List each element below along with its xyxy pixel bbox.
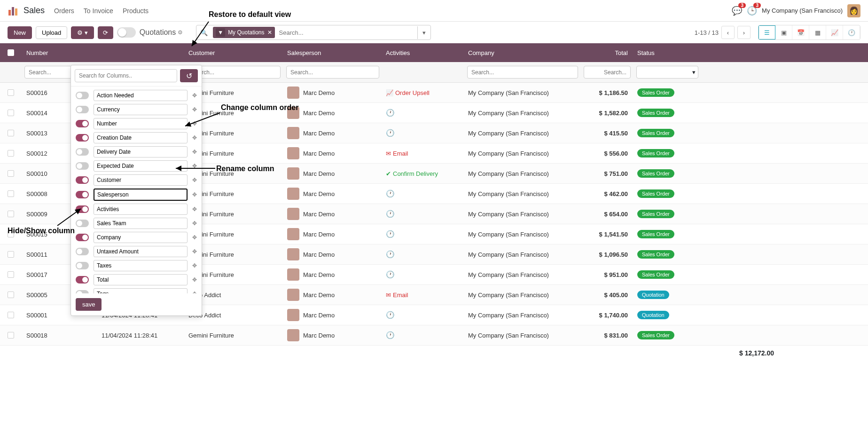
drag-handle-icon[interactable]: ✥ [192,149,197,155]
column-visibility-toggle[interactable] [76,276,89,284]
column-name-input[interactable] [94,160,188,172]
filter-chip-my-quotations[interactable]: ▼ My Quotations ✕ [213,27,274,38]
column-name-input[interactable] [94,118,188,129]
clock-icon[interactable]: 🕐 [386,331,395,339]
user-avatar[interactable]: 👩 [847,4,860,17]
search-input[interactable] [276,26,418,39]
view-toggle[interactable] [117,27,136,38]
row-checkbox[interactable] [8,130,14,136]
drag-handle-icon[interactable]: ✥ [192,291,197,293]
col-header-total[interactable]: Total [581,46,633,60]
restore-default-button[interactable]: ↺ [180,69,198,82]
clock-icon[interactable]: 🕐 [386,189,395,197]
email-activity[interactable]: ✉ Email [386,291,459,299]
drag-handle-icon[interactable]: ✥ [192,220,197,227]
nav-to-invoice[interactable]: To Invoice [84,7,113,15]
nav-orders[interactable]: Orders [54,7,74,15]
close-icon[interactable]: ✕ [267,29,272,36]
save-button[interactable]: save [76,298,102,311]
column-visibility-toggle[interactable] [76,148,89,156]
row-checkbox[interactable] [8,271,14,278]
drag-handle-icon[interactable]: ✥ [192,234,197,241]
column-visibility-toggle[interactable] [76,120,89,127]
company-switcher[interactable]: My Company (San Francisco) [762,7,843,14]
row-checkbox[interactable] [8,312,14,318]
column-visibility-toggle[interactable] [76,248,89,255]
column-search-input[interactable] [75,69,177,82]
filter-salesperson[interactable] [286,66,379,79]
col-header-salesperson[interactable]: Salesperson [282,46,381,60]
col-header-status[interactable]: Status [633,46,701,60]
pager-prev[interactable]: ‹ [721,26,735,39]
confirm-activity[interactable]: ✔ Confirm Delivery [386,170,459,177]
email-activity[interactable]: ✉ Email [386,150,459,157]
row-checkbox[interactable] [8,170,14,177]
drag-handle-icon[interactable]: ✥ [192,191,197,198]
column-visibility-toggle[interactable] [76,205,89,213]
drag-handle-icon[interactable]: ✥ [192,134,197,141]
drag-handle-icon[interactable]: ✥ [192,177,197,183]
column-name-input[interactable] [94,104,188,115]
column-visibility-toggle[interactable] [76,176,89,184]
column-visibility-toggle[interactable] [76,134,89,142]
view-graph-icon[interactable]: 📈 [826,25,843,39]
filter-status[interactable]: ▾ [636,66,698,79]
new-button[interactable]: New [8,26,32,39]
clock-icon[interactable]: 🕐 [386,250,395,258]
drag-handle-icon[interactable]: ✥ [192,106,197,113]
drag-handle-icon[interactable]: ✥ [192,120,197,127]
refresh-button[interactable]: ⟳ [98,26,113,39]
pager-next[interactable]: › [737,26,751,39]
column-visibility-toggle[interactable] [76,106,89,113]
column-name-input[interactable] [94,260,188,271]
drag-handle-icon[interactable]: ✥ [192,262,197,269]
filter-total[interactable] [584,66,631,79]
column-name-input[interactable] [94,90,188,101]
upload-button[interactable]: Upload [36,26,67,39]
view-list-icon[interactable]: ☰ [759,25,775,39]
column-visibility-toggle[interactable] [76,262,89,269]
clock-icon[interactable]: 🕐 [386,230,395,238]
clock-icon[interactable]: 🕐 [386,129,395,137]
row-checkbox[interactable] [8,89,14,96]
clock-icon[interactable]: 🕐 [386,270,395,278]
column-name-input[interactable] [94,232,188,243]
view-kanban-icon[interactable]: ▣ [775,25,792,39]
col-header-company[interactable]: Company [463,46,581,60]
column-name-input[interactable] [94,146,188,158]
view-activity-icon[interactable]: 🕐 [843,25,860,39]
column-name-input[interactable] [94,174,188,186]
nav-products[interactable]: Products [123,7,149,15]
table-row[interactable]: S0001811/04/2024 11:28:41Gemini Furnitur… [0,325,868,346]
column-name-input[interactable] [94,274,188,285]
column-visibility-toggle[interactable] [76,234,89,241]
view-calendar-icon[interactable]: 📅 [792,25,809,39]
col-header-activities[interactable]: Activities [381,46,463,60]
row-checkbox[interactable] [8,190,14,197]
col-header-customer[interactable]: Customer [184,46,282,60]
column-name-input[interactable] [94,204,188,215]
clock-icon[interactable]: 🕐 [386,109,395,117]
clock-icon[interactable]: 🕐 [386,311,395,319]
column-name-input[interactable] [94,246,188,257]
search-dropdown[interactable]: ▾ [417,26,430,39]
column-settings-button[interactable]: ⚙ ▾ [71,26,94,39]
column-name-input[interactable] [94,218,188,229]
drag-handle-icon[interactable]: ✥ [192,163,197,169]
messages-icon[interactable]: 💬3 [732,6,742,16]
column-name-input[interactable] [94,189,188,201]
row-checkbox[interactable] [8,211,14,217]
view-pivot-icon[interactable]: ▦ [809,25,826,39]
column-visibility-toggle[interactable] [76,220,89,227]
column-visibility-toggle[interactable] [76,92,89,99]
global-search[interactable]: 🔍 ▼ My Quotations ✕ ▾ [196,25,431,40]
row-checkbox[interactable] [8,150,14,157]
col-header-date[interactable] [97,49,184,56]
drag-handle-icon[interactable]: ✥ [192,92,197,99]
column-name-input[interactable] [94,132,188,143]
row-checkbox[interactable] [8,251,14,258]
row-checkbox[interactable] [8,110,14,116]
row-checkbox[interactable] [8,231,14,237]
filter-company[interactable] [467,66,578,79]
drag-handle-icon[interactable]: ✥ [192,276,197,283]
